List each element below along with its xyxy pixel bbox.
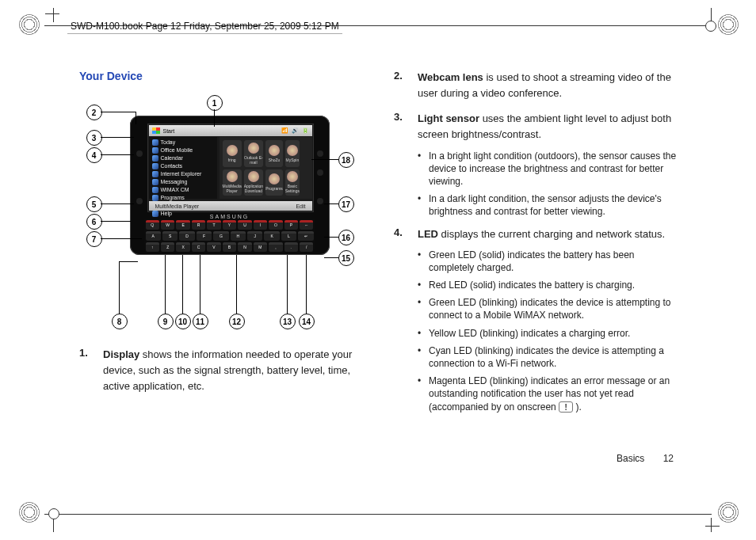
status-icons: 📶 🔊 🔋 xyxy=(281,127,309,134)
header-path: SWD-M100.book Page 12 Friday, September … xyxy=(67,19,342,34)
device-body: Start 📶 🔊 🔋 Today Office Mobile Calendar xyxy=(130,116,330,255)
tile: MultiMedia Player xyxy=(223,169,242,196)
bullet: Cyan LED (blinking) indicates the device… xyxy=(418,344,677,370)
menu-item: Contacts xyxy=(149,162,217,170)
callout-10: 10 xyxy=(175,314,191,329)
item-text: displays the current charging and networ… xyxy=(438,228,665,240)
sub-bullets: In a bright light condition (outdoors), … xyxy=(418,150,677,219)
item-term: Light sensor xyxy=(418,112,479,124)
crop-tick xyxy=(45,13,59,14)
leader xyxy=(214,109,215,127)
device-screen: Start 📶 🔊 🔋 Today Office Mobile Calendar xyxy=(147,124,314,212)
leader xyxy=(101,137,134,138)
callout-11: 11 xyxy=(193,314,208,329)
leader xyxy=(101,112,136,112)
today-tiles: fring Outlook E-mail ShoZu MySpin MultiM… xyxy=(220,137,312,199)
column-left: Your Device Start 📶 🔊 🔋 xyxy=(79,70,362,445)
crop-tick xyxy=(53,8,54,22)
notification-icon: ! xyxy=(559,401,573,413)
leader xyxy=(311,159,338,160)
bullet: Green LED (blinking) indicates the devic… xyxy=(418,296,677,321)
callout-8: 8 xyxy=(112,314,128,329)
signal-icon: 📶 xyxy=(281,127,288,134)
bullet: Magenta LED (blinking) indicates an erro… xyxy=(418,375,677,413)
section-title: Your Device xyxy=(79,70,362,82)
item-term: LED xyxy=(418,228,438,240)
tile: ShoZu xyxy=(265,140,283,167)
leader xyxy=(200,255,200,314)
leader xyxy=(136,112,136,124)
bullet: Green LED (solid) indicates the battery … xyxy=(418,249,677,274)
crop-tick xyxy=(711,518,712,532)
leader xyxy=(119,261,120,314)
feature-item-1: 1. Display shows the information needed … xyxy=(79,347,362,401)
hard-button xyxy=(317,169,323,176)
ornament-top-right xyxy=(718,14,739,35)
leader xyxy=(101,221,131,222)
bullet: In a bright light condition (outdoors), … xyxy=(418,150,677,188)
volume-icon: 🔊 xyxy=(292,127,299,134)
key-row: ↑ZXCVBNM,./ xyxy=(146,242,314,252)
bullet: Red LED (solid) indicates the battery is… xyxy=(418,279,677,291)
tile: MySpin xyxy=(285,140,300,167)
item-term: Webcam lens xyxy=(418,71,483,83)
battery-icon: 🔋 xyxy=(302,127,309,134)
key-row: ASDFGHJKL↵ xyxy=(146,231,314,241)
callout-13: 13 xyxy=(280,314,296,329)
menu-item: Calendar xyxy=(149,154,217,162)
sub-bullets: Green LED (solid) indicates the battery … xyxy=(418,249,677,413)
callout-9: 9 xyxy=(158,314,174,329)
item-number: 2. xyxy=(394,70,408,108)
start-bar: Start 📶 🔊 🔋 xyxy=(149,125,312,136)
bullet: Yellow LED (blinking) indicates a chargi… xyxy=(418,327,677,340)
leader xyxy=(324,203,338,204)
leader xyxy=(165,255,166,314)
menu-item: Office Mobile xyxy=(149,146,217,154)
callout-5: 5 xyxy=(86,196,102,212)
content-columns: Your Device Start 📶 🔊 🔋 xyxy=(79,70,677,445)
feature-item-2: 2. Webcam lens is used to shoot a stream… xyxy=(394,70,677,108)
callout-17: 17 xyxy=(338,196,354,212)
hard-button xyxy=(317,198,323,204)
start-label: Start xyxy=(163,128,175,134)
ornament-bottom-right xyxy=(718,502,739,523)
callout-1: 1 xyxy=(207,95,223,111)
menu-item: Today xyxy=(149,139,217,146)
crop-tick xyxy=(705,526,720,527)
leader xyxy=(324,237,338,238)
leader xyxy=(101,154,134,155)
callout-12: 12 xyxy=(229,314,245,329)
crop-line-bottom xyxy=(44,514,712,515)
callout-16: 16 xyxy=(338,230,354,245)
column-right: 2. Webcam lens is used to shoot a stream… xyxy=(394,70,677,445)
feature-list-right: 2. Webcam lens is used to shoot a stream… xyxy=(394,70,677,418)
callout-14: 14 xyxy=(299,314,315,329)
tile: Programs xyxy=(265,169,283,196)
crop-circle xyxy=(705,21,716,32)
leader xyxy=(324,257,338,258)
leader xyxy=(101,203,134,204)
device-figure: Start 📶 🔊 🔋 Today Office Mobile Calendar xyxy=(86,95,356,333)
tile: fring xyxy=(223,140,242,167)
item-number: 4. xyxy=(394,226,408,418)
crop-circle xyxy=(48,508,59,519)
softkey-right: Edit xyxy=(296,203,305,209)
key-row: QWERTYUIOP← xyxy=(146,220,314,230)
item-text: shows the information needed to operate … xyxy=(103,348,352,392)
leader xyxy=(306,255,307,314)
start-menu: Today Office Mobile Calendar Contacts In… xyxy=(149,137,217,199)
callout-3: 3 xyxy=(86,130,102,146)
footer-section: Basics xyxy=(617,453,644,464)
menu-item: WiMAX CM xyxy=(149,186,217,194)
device-keyboard: QWERTYUIOP← ASDFGHJKL↵ ↑ZXCVBNM,./ xyxy=(144,219,315,249)
hard-button xyxy=(136,198,143,204)
leader xyxy=(119,261,138,262)
tile: Basic Settings xyxy=(285,169,300,196)
menu-item: Messaging xyxy=(149,178,217,186)
callout-18: 18 xyxy=(338,152,354,168)
ornament-bottom-left xyxy=(19,502,40,523)
feature-list-left: 1. Display shows the information needed … xyxy=(79,347,362,401)
leader xyxy=(287,255,288,314)
crop-tick xyxy=(53,518,54,532)
feature-item-4: 4. LED displays the current charging and… xyxy=(394,226,677,418)
